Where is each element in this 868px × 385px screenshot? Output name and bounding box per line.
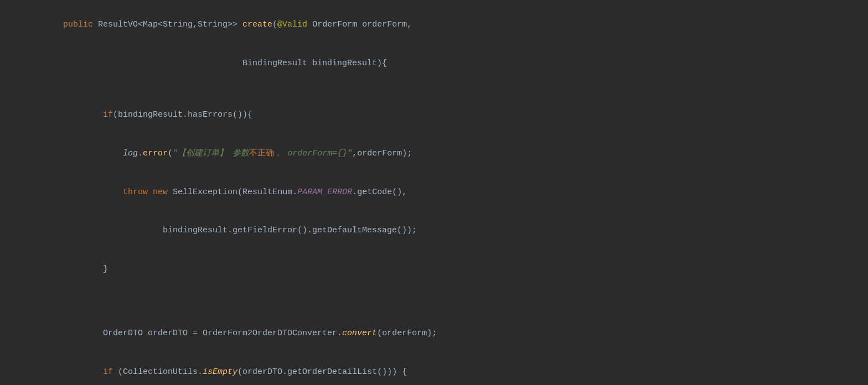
code-line-12: if (CollectionUtils.isEmpty(orderDTO.get… [0, 353, 868, 385]
line-content-10 [22, 301, 868, 314]
line-content-12: if (CollectionUtils.isEmpty(orderDTO.get… [22, 353, 868, 385]
line-content-11: OrderDTO orderDTO = OrderForm2OrderDTOCo… [22, 314, 868, 353]
line-content-4: if(bindingResult.hasErrors()){ [22, 96, 868, 134]
line-content-5: log.error("【创建订单】 参数不正确， orderForm={}",o… [22, 134, 868, 173]
token: if [103, 110, 113, 119]
token: create [242, 20, 272, 29]
token [63, 149, 123, 158]
line-content-7: bindingResult.getFieldError().getDefault… [22, 211, 868, 250]
line-content-9 [22, 289, 868, 301]
token: } [63, 264, 108, 274]
token: ,orderForm); [352, 149, 412, 158]
token: OrderForm orderForm, [307, 20, 412, 29]
token: log [123, 149, 138, 158]
token: 不正确 [249, 149, 274, 158]
code-line-4: if(bindingResult.hasErrors()){ [0, 96, 868, 134]
code-line-3 [0, 83, 868, 96]
line-content-1: public ResultVO<Map<String,String>> crea… [22, 6, 868, 44]
token: if [103, 367, 113, 377]
token [63, 367, 103, 377]
token: BindingResult bindingResult){ [63, 59, 387, 68]
token: bindingResult.getFieldError().getDefault… [63, 226, 417, 235]
token: SellException(ResultEnum. [168, 188, 297, 197]
code-line-1: public ResultVO<Map<String,String>> crea… [0, 6, 868, 44]
token: public [63, 20, 93, 29]
token: @Valid [277, 20, 307, 29]
token: .getCode(), [352, 188, 407, 197]
code-line-2: BindingResult bindingResult){ [0, 44, 868, 83]
token: (CollectionUtils. [113, 367, 203, 377]
line-content-8: } [22, 250, 868, 289]
token: OrderDTO orderDTO = OrderForm2OrderDTOCo… [63, 329, 342, 338]
code-editor: public ResultVO<Map<String,String>> crea… [0, 0, 868, 385]
line-content-2: BindingResult bindingResult){ [22, 44, 868, 83]
token: "【创建订单】 参数 [173, 149, 249, 158]
code-line-5: log.error("【创建订单】 参数不正确， orderForm={}",o… [0, 134, 868, 173]
token: ， orderForm={}" [274, 149, 352, 158]
token: (bindingResult.hasErrors()){ [113, 110, 252, 119]
token: convert [342, 329, 377, 338]
token [63, 188, 123, 197]
token [148, 188, 153, 197]
line-content-3 [22, 83, 868, 96]
token: new [153, 188, 168, 197]
token: ( [272, 20, 277, 29]
token: PARAM_ERROR [297, 188, 352, 197]
token: ( [168, 149, 173, 158]
token: (orderForm); [377, 329, 437, 338]
token: throw [123, 188, 148, 197]
code-line-11: OrderDTO orderDTO = OrderForm2OrderDTOCo… [0, 314, 868, 353]
token [63, 110, 103, 119]
code-line-9 [0, 289, 868, 301]
token: ResultVO<Map<String,String>> [93, 20, 242, 29]
code-line-10 [0, 301, 868, 314]
line-content-6: throw new SellException(ResultEnum.PARAM… [22, 173, 868, 211]
token: . [138, 149, 143, 158]
token: (orderDTO.getOrderDetailList())) { [237, 367, 407, 377]
code-line-8: } [0, 250, 868, 289]
code-line-7: bindingResult.getFieldError().getDefault… [0, 211, 868, 250]
token: isEmpty [203, 367, 237, 377]
token: error [143, 149, 168, 158]
code-line-6: throw new SellException(ResultEnum.PARAM… [0, 173, 868, 211]
